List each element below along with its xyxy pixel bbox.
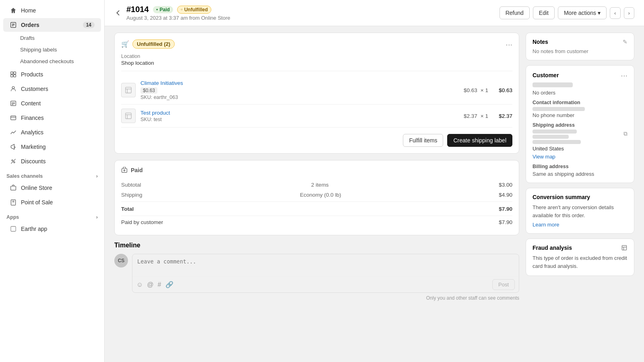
hashtag-icon[interactable]: # bbox=[158, 281, 161, 288]
item-1-tag: $0.63 bbox=[140, 87, 157, 94]
shipping-address-area: United States bbox=[533, 130, 581, 153]
item-2-price-detail: $2.37 × 1 bbox=[464, 113, 488, 119]
pos-icon bbox=[10, 199, 17, 206]
edit-button[interactable]: Edit bbox=[533, 6, 555, 19]
item-1-name[interactable]: Climate Initiatives bbox=[140, 80, 459, 86]
sidebar-discounts-label: Discounts bbox=[21, 158, 45, 165]
header-actions: Refund Edit More actions ▾ ‹ › bbox=[500, 6, 634, 19]
notes-card-header: Notes ✎ bbox=[533, 39, 627, 45]
link-icon[interactable]: 🔗 bbox=[165, 281, 173, 288]
sidebar-item-online-store[interactable]: Online Store bbox=[3, 181, 101, 195]
sidebar-orders-label: Orders bbox=[21, 22, 39, 28]
sidebar-item-finances[interactable]: Finances bbox=[3, 111, 101, 125]
svg-rect-29 bbox=[122, 169, 127, 173]
svg-rect-5 bbox=[14, 72, 16, 74]
sidebar-item-analytics[interactable]: Analytics bbox=[3, 125, 101, 139]
item-2-name[interactable]: Test product bbox=[140, 110, 459, 116]
sidebar-item-orders[interactable]: Orders 14 bbox=[3, 18, 101, 32]
finances-icon bbox=[10, 114, 17, 121]
more-actions-button[interactable]: More actions ▾ bbox=[558, 6, 607, 19]
apps-section: Apps › bbox=[0, 210, 104, 222]
create-shipping-label-button[interactable]: Create shipping label bbox=[447, 134, 512, 147]
comment-toolbar: ☺ @ # 🔗 Post bbox=[132, 276, 519, 292]
learn-more-link[interactable]: Learn more bbox=[533, 222, 627, 228]
order-number: #1014 bbox=[126, 5, 149, 14]
emoji-icon[interactable]: ☺ bbox=[136, 281, 143, 288]
timeline-section: Timeline CS ☺ @ # 🔗 Post Only yo bbox=[114, 242, 519, 301]
sidebar-customers-label: Customers bbox=[21, 86, 48, 92]
location-label: Location bbox=[121, 53, 512, 59]
sidebar-item-home[interactable]: Home bbox=[3, 4, 101, 17]
subtotal-amount: $3.00 bbox=[499, 182, 512, 188]
back-button[interactable] bbox=[114, 9, 122, 16]
staff-note: Only you and other staff can see comment… bbox=[114, 295, 519, 301]
subtotal-items: 2 items bbox=[311, 182, 329, 188]
refund-button[interactable]: Refund bbox=[500, 6, 530, 19]
svg-rect-7 bbox=[14, 75, 16, 77]
comment-box: ☺ @ # 🔗 Post bbox=[132, 254, 519, 293]
fraud-card: Fraud analysis This type of order is exc… bbox=[526, 239, 634, 276]
svg-point-8 bbox=[12, 86, 14, 89]
sidebar-item-discounts[interactable]: Discounts bbox=[3, 154, 101, 168]
view-map-link[interactable]: View map bbox=[533, 154, 555, 160]
item-1-sku: SKU: earthr_063 bbox=[140, 95, 459, 100]
customer-menu-button[interactable]: ··· bbox=[621, 71, 627, 79]
shipping-label: Shipping bbox=[121, 192, 142, 198]
earthr-icon bbox=[10, 225, 17, 232]
shipping-address-label: Shipping address bbox=[533, 122, 627, 128]
sidebar-item-content[interactable]: Content bbox=[3, 97, 101, 110]
item-2-image bbox=[121, 109, 136, 123]
conversion-title: Conversion summary bbox=[533, 194, 590, 200]
post-button[interactable]: Post bbox=[492, 279, 515, 290]
drafts-label: Drafts bbox=[20, 35, 35, 41]
shipping-row: Shipping Economy (0.0 lb) $4.90 bbox=[121, 190, 512, 200]
sidebar-item-earthr-app[interactable]: Earthr app bbox=[3, 222, 101, 236]
next-order-button[interactable]: › bbox=[624, 7, 634, 19]
same-as-shipping-text: Same as shipping address bbox=[533, 171, 627, 177]
comment-input[interactable] bbox=[132, 254, 519, 275]
sidebar-item-abandoned-checkouts[interactable]: Abandoned checkouts bbox=[3, 56, 101, 67]
total-amount: $7.90 bbox=[499, 206, 512, 212]
right-panel: Notes ✎ No notes from customer Customer … bbox=[526, 33, 634, 356]
total-label: Total bbox=[121, 206, 134, 212]
billing-address-label: Billing address bbox=[533, 164, 627, 169]
header-top-row: #1014 Paid Unfulfilled bbox=[126, 5, 230, 14]
sidebar-item-shipping-labels[interactable]: Shipping labels bbox=[3, 44, 101, 55]
main-area: #1014 Paid Unfulfilled August 3, 2023 at… bbox=[105, 0, 644, 362]
page-content: 🛒 Unfulfilled (2) ··· Location Shop loca… bbox=[105, 26, 644, 362]
sidebar-item-products[interactable]: Products bbox=[3, 68, 101, 81]
address-line-2-blurred bbox=[533, 135, 569, 139]
chevron-right-icon-apps: › bbox=[96, 214, 98, 220]
unfulfilled-emoji-icon: 🛒 bbox=[121, 40, 129, 48]
svg-rect-6 bbox=[11, 75, 13, 77]
edit-notes-icon[interactable]: ✎ bbox=[623, 39, 627, 45]
svg-rect-19 bbox=[11, 200, 15, 206]
fulfill-items-button[interactable]: Fulfill items bbox=[403, 134, 443, 147]
header-title-area: #1014 Paid Unfulfilled August 3, 2023 at… bbox=[126, 5, 230, 21]
user-avatar: CS bbox=[114, 254, 128, 267]
prev-order-button[interactable]: ‹ bbox=[610, 7, 620, 19]
sidebar-products-label: Products bbox=[21, 71, 43, 78]
paid-card: Paid Subtotal 2 items $3.00 Shipping Eco… bbox=[114, 160, 519, 235]
unfulfilled-menu-button[interactable]: ··· bbox=[506, 40, 512, 48]
customer-title: Customer bbox=[533, 72, 559, 78]
svg-point-16 bbox=[14, 162, 15, 163]
sales-channels-label: Sales channels bbox=[6, 173, 43, 179]
location-section: Location Shop location bbox=[121, 53, 512, 71]
sidebar-item-customers[interactable]: Customers bbox=[3, 82, 101, 96]
sidebar-finances-label: Finances bbox=[21, 115, 44, 121]
sidebar-analytics-label: Analytics bbox=[21, 129, 43, 136]
sidebar-item-marketing[interactable]: Marketing bbox=[3, 140, 101, 154]
item-2-details: Test product SKU: test bbox=[140, 110, 459, 122]
chevron-right-icon: › bbox=[96, 173, 98, 179]
unfulfilled-count-badge: Unfulfilled (2) bbox=[132, 39, 175, 49]
customers-icon bbox=[10, 85, 17, 93]
copy-shipping-address-icon[interactable]: ⧉ bbox=[623, 130, 627, 137]
paid-badge: Paid bbox=[153, 6, 173, 13]
sidebar-item-drafts[interactable]: Drafts bbox=[3, 33, 101, 43]
unfulfilled-badge: Unfulfilled bbox=[177, 6, 212, 14]
sales-channels-section: Sales channels › bbox=[0, 169, 104, 181]
item-1-price-detail: $0.63 × 1 bbox=[464, 87, 488, 93]
sidebar-item-point-of-sale[interactable]: Point of Sale bbox=[3, 195, 101, 209]
mention-icon[interactable]: @ bbox=[147, 281, 153, 288]
